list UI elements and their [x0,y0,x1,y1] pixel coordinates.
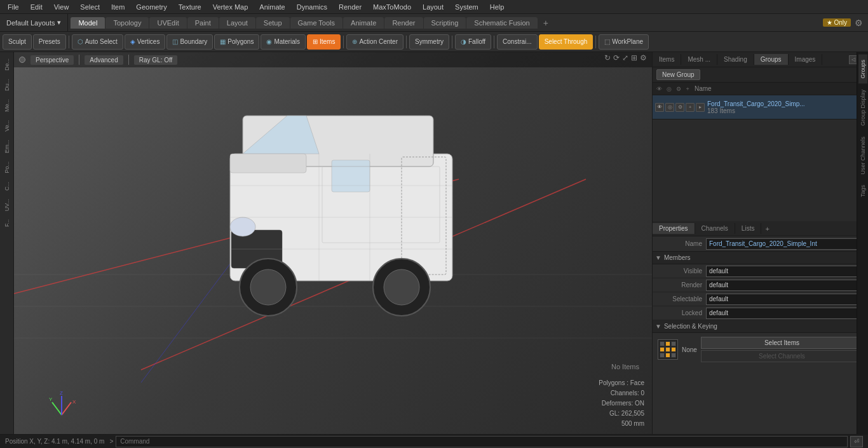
items-button[interactable]: ⊞ Items [307,34,341,50]
tab-images[interactable]: Images [789,54,823,65]
tab-scripting[interactable]: Scripting [424,17,466,29]
left-tab-duplicate[interactable]: Du... [3,75,11,95]
group-settings-icon[interactable]: ⚙ [675,103,684,112]
tab-model[interactable]: Model [71,17,105,29]
expand-icon[interactable]: ⊞ [631,53,637,62]
polygons-button[interactable]: ▦ Polygons [214,34,259,50]
selectable-dropdown[interactable]: default ▾ [706,294,863,305]
name-input[interactable] [706,238,863,250]
tab-groups[interactable]: Groups [754,54,789,65]
select-through-button[interactable]: Select Through [539,34,593,50]
group-item[interactable]: 👁 ◎ ⚙ + ▸ Ford_Transit_Cargo_2020_Simp..… [653,95,868,119]
left-tab-vertex[interactable]: Ve... [3,116,11,135]
menu-edit[interactable]: Edit [25,2,48,12]
command-arrow-icon[interactable]: > [109,438,113,445]
symmetry-button[interactable]: Symmetry [409,34,449,50]
side-tab-user-channels[interactable]: User Channels [858,132,867,180]
select-items-button[interactable]: Select Items [701,337,863,349]
vertices-button[interactable]: ◈ Vertices [125,34,166,50]
menu-dynamics[interactable]: Dynamics [292,2,332,12]
members-title: Members [664,254,691,261]
group-render-icon[interactable]: ◎ [665,103,674,112]
left-tab-default[interactable]: De... [3,55,11,74]
side-tab-tags[interactable]: Tags [858,180,867,202]
advanced-button[interactable]: Advanced [85,55,123,65]
group-expand-icon[interactable]: ▸ [696,103,705,112]
menu-select[interactable]: Select [75,2,105,12]
menu-render[interactable]: Render [334,2,367,12]
menu-texture[interactable]: Texture [173,2,207,12]
separator-5 [494,36,494,48]
left-tab-mesh[interactable]: Me... [3,95,11,116]
side-tab-group-display[interactable]: Group Display [858,85,867,131]
members-section-header[interactable]: ▼ Members [653,252,868,264]
left-tab-edge[interactable]: Em... [3,136,11,157]
visible-dropdown[interactable]: default ▾ [706,266,863,277]
menu-geometry[interactable]: Geometry [131,2,172,12]
tab-lists[interactable]: Lists [735,223,762,234]
menu-view[interactable]: View [49,2,74,12]
add-prop-tab-button[interactable]: + [761,223,773,234]
tab-layout[interactable]: Layout [219,17,255,29]
gear-icon[interactable]: ⚙ [855,18,863,28]
tab-animate[interactable]: Animate [343,17,384,29]
menu-maxtomodo[interactable]: MaxToModo [368,2,416,12]
add-tab-button[interactable]: + [538,16,553,30]
viewport[interactable]: Perspective Advanced Ray GL: Off ↻ ⟳ ⤢ ⊞… [14,52,652,434]
left-tab-polygon[interactable]: Po... [3,158,11,177]
tab-render[interactable]: Render [384,17,423,29]
right-panel: Items Mesh ... Shading Groups Images ◁ ▷… [652,52,868,434]
tab-setup[interactable]: Setup [256,17,290,29]
ray-gl-button[interactable]: Ray GL: Off [134,55,178,65]
group-eye-icon[interactable]: 👁 [655,103,664,112]
boundary-button[interactable]: ◫ Boundary [166,34,213,50]
presets-button[interactable]: Presets [33,34,66,50]
tab-mesh[interactable]: Mesh ... [681,54,717,65]
perspective-button[interactable]: Perspective [31,55,74,65]
svg-text:Z: Z [60,390,63,396]
tab-paint[interactable]: Paint [187,17,219,29]
materials-button[interactable]: ◉ Materials [261,34,306,50]
left-tab-f[interactable]: F... [3,215,11,231]
left-tab-c[interactable]: C... [3,178,11,194]
svg-point-17 [250,269,286,305]
constrain-button[interactable]: Constrai... [497,34,538,50]
tab-items[interactable]: Items [653,54,681,65]
menu-layout[interactable]: Layout [417,2,449,12]
tab-properties[interactable]: Properties [653,223,695,234]
falloff-button[interactable]: ◑ Falloff [455,34,491,50]
auto-select-button[interactable]: ⬡ Auto Select [72,34,123,50]
menu-help[interactable]: Help [485,2,510,12]
new-group-button[interactable]: New Group [656,69,700,80]
sel-keying-section-header[interactable]: ▼ Selection & Keying [653,320,868,333]
action-center-button[interactable]: ⊕ Action Center [346,34,403,50]
maximize-icon[interactable]: ⤢ [622,53,628,62]
render-dropdown[interactable]: default ▾ [706,280,863,291]
rotate-icon[interactable]: ↻ [604,53,611,62]
menu-item[interactable]: Item [106,2,130,12]
tab-channels[interactable]: Channels [695,223,735,234]
group-add-icon[interactable]: + [686,103,695,112]
keying-dot-7 [660,353,665,358]
sculpt-button[interactable]: Sculpt [3,34,32,50]
vp-separator-1 [79,55,79,65]
settings-icon[interactable]: ⚙ [640,53,647,62]
members-arrow-icon: ▼ [655,254,661,261]
tab-shading[interactable]: Shading [717,54,754,65]
refresh-icon[interactable]: ⟳ [613,53,620,62]
side-tab-groups[interactable]: Groups [858,55,867,84]
tab-schematic-fusion[interactable]: Schematic Fusion [466,17,537,29]
menu-file[interactable]: File [3,2,24,12]
menu-system[interactable]: System [450,2,484,12]
workplane-button[interactable]: ⬚ WorkPlane [599,34,649,50]
command-submit-button[interactable]: ⏎ [850,436,863,447]
tab-topology[interactable]: Topology [105,17,149,29]
layout-dropdown[interactable]: Default Layouts ▾ [0,14,68,31]
command-input[interactable] [116,436,848,447]
tab-game-tools[interactable]: Game Tools [290,17,343,29]
menu-vertex-map[interactable]: Vertex Map [208,2,254,12]
locked-dropdown[interactable]: default ▾ [706,308,863,319]
tab-uvedit[interactable]: UVEdit [149,17,186,29]
menu-animate[interactable]: Animate [254,2,290,12]
left-tab-uv[interactable]: UV... [3,195,11,215]
